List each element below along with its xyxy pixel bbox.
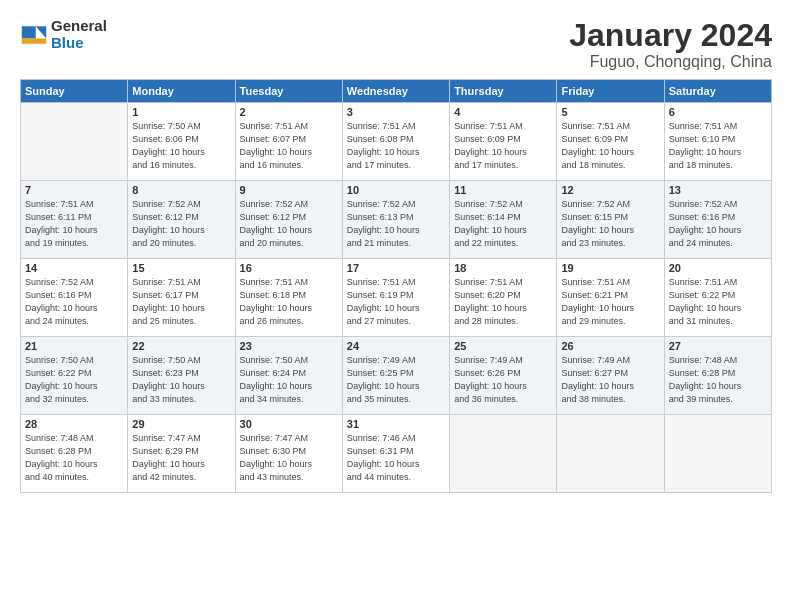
- header-tuesday: Tuesday: [235, 80, 342, 103]
- day-number: 23: [240, 340, 338, 352]
- table-row: 6Sunrise: 7:51 AM Sunset: 6:10 PM Daylig…: [664, 103, 771, 181]
- day-info: Sunrise: 7:50 AM Sunset: 6:06 PM Dayligh…: [132, 120, 230, 172]
- day-number: 13: [669, 184, 767, 196]
- day-info: Sunrise: 7:48 AM Sunset: 6:28 PM Dayligh…: [669, 354, 767, 406]
- day-number: 16: [240, 262, 338, 274]
- header-sunday: Sunday: [21, 80, 128, 103]
- day-number: 30: [240, 418, 338, 430]
- day-info: Sunrise: 7:52 AM Sunset: 6:12 PM Dayligh…: [132, 198, 230, 250]
- day-number: 12: [561, 184, 659, 196]
- table-row: 21Sunrise: 7:50 AM Sunset: 6:22 PM Dayli…: [21, 337, 128, 415]
- day-number: 20: [669, 262, 767, 274]
- calendar-header-row: Sunday Monday Tuesday Wednesday Thursday…: [21, 80, 772, 103]
- day-number: 18: [454, 262, 552, 274]
- table-row: [450, 415, 557, 493]
- table-row: 25Sunrise: 7:49 AM Sunset: 6:26 PM Dayli…: [450, 337, 557, 415]
- day-number: 4: [454, 106, 552, 118]
- svg-rect-1: [22, 26, 36, 38]
- day-number: 31: [347, 418, 445, 430]
- day-number: 5: [561, 106, 659, 118]
- table-row: 17Sunrise: 7:51 AM Sunset: 6:19 PM Dayli…: [342, 259, 449, 337]
- table-row: 11Sunrise: 7:52 AM Sunset: 6:14 PM Dayli…: [450, 181, 557, 259]
- day-info: Sunrise: 7:51 AM Sunset: 6:22 PM Dayligh…: [669, 276, 767, 328]
- table-row: 13Sunrise: 7:52 AM Sunset: 6:16 PM Dayli…: [664, 181, 771, 259]
- table-row: 9Sunrise: 7:52 AM Sunset: 6:12 PM Daylig…: [235, 181, 342, 259]
- day-number: 2: [240, 106, 338, 118]
- table-row: 28Sunrise: 7:48 AM Sunset: 6:28 PM Dayli…: [21, 415, 128, 493]
- table-row: 16Sunrise: 7:51 AM Sunset: 6:18 PM Dayli…: [235, 259, 342, 337]
- table-row: 18Sunrise: 7:51 AM Sunset: 6:20 PM Dayli…: [450, 259, 557, 337]
- day-info: Sunrise: 7:47 AM Sunset: 6:29 PM Dayligh…: [132, 432, 230, 484]
- table-row: 29Sunrise: 7:47 AM Sunset: 6:29 PM Dayli…: [128, 415, 235, 493]
- calendar-title: January 2024: [569, 18, 772, 53]
- day-number: 26: [561, 340, 659, 352]
- logo-text-general: General: [51, 18, 107, 35]
- day-info: Sunrise: 7:51 AM Sunset: 6:08 PM Dayligh…: [347, 120, 445, 172]
- day-number: 7: [25, 184, 123, 196]
- day-number: 9: [240, 184, 338, 196]
- table-row: 5Sunrise: 7:51 AM Sunset: 6:09 PM Daylig…: [557, 103, 664, 181]
- day-number: 24: [347, 340, 445, 352]
- table-row: 24Sunrise: 7:49 AM Sunset: 6:25 PM Dayli…: [342, 337, 449, 415]
- day-number: 8: [132, 184, 230, 196]
- calendar-week-2: 7Sunrise: 7:51 AM Sunset: 6:11 PM Daylig…: [21, 181, 772, 259]
- table-row: 4Sunrise: 7:51 AM Sunset: 6:09 PM Daylig…: [450, 103, 557, 181]
- day-info: Sunrise: 7:51 AM Sunset: 6:21 PM Dayligh…: [561, 276, 659, 328]
- table-row: [21, 103, 128, 181]
- day-info: Sunrise: 7:49 AM Sunset: 6:25 PM Dayligh…: [347, 354, 445, 406]
- day-number: 19: [561, 262, 659, 274]
- table-row: 22Sunrise: 7:50 AM Sunset: 6:23 PM Dayli…: [128, 337, 235, 415]
- svg-rect-2: [22, 38, 47, 43]
- day-info: Sunrise: 7:51 AM Sunset: 6:09 PM Dayligh…: [454, 120, 552, 172]
- calendar-page: General Blue January 2024 Fuguo, Chongqi…: [0, 0, 792, 612]
- header-wednesday: Wednesday: [342, 80, 449, 103]
- day-number: 28: [25, 418, 123, 430]
- day-info: Sunrise: 7:50 AM Sunset: 6:24 PM Dayligh…: [240, 354, 338, 406]
- day-info: Sunrise: 7:51 AM Sunset: 6:09 PM Dayligh…: [561, 120, 659, 172]
- calendar-subtitle: Fuguo, Chongqing, China: [569, 53, 772, 71]
- day-info: Sunrise: 7:51 AM Sunset: 6:10 PM Dayligh…: [669, 120, 767, 172]
- day-info: Sunrise: 7:49 AM Sunset: 6:27 PM Dayligh…: [561, 354, 659, 406]
- table-row: 10Sunrise: 7:52 AM Sunset: 6:13 PM Dayli…: [342, 181, 449, 259]
- table-row: 14Sunrise: 7:52 AM Sunset: 6:16 PM Dayli…: [21, 259, 128, 337]
- table-row: 27Sunrise: 7:48 AM Sunset: 6:28 PM Dayli…: [664, 337, 771, 415]
- day-number: 25: [454, 340, 552, 352]
- table-row: [664, 415, 771, 493]
- day-number: 17: [347, 262, 445, 274]
- day-info: Sunrise: 7:50 AM Sunset: 6:22 PM Dayligh…: [25, 354, 123, 406]
- day-info: Sunrise: 7:51 AM Sunset: 6:17 PM Dayligh…: [132, 276, 230, 328]
- day-info: Sunrise: 7:52 AM Sunset: 6:16 PM Dayligh…: [25, 276, 123, 328]
- day-info: Sunrise: 7:52 AM Sunset: 6:14 PM Dayligh…: [454, 198, 552, 250]
- day-info: Sunrise: 7:51 AM Sunset: 6:18 PM Dayligh…: [240, 276, 338, 328]
- day-info: Sunrise: 7:52 AM Sunset: 6:13 PM Dayligh…: [347, 198, 445, 250]
- table-row: 31Sunrise: 7:46 AM Sunset: 6:31 PM Dayli…: [342, 415, 449, 493]
- day-info: Sunrise: 7:52 AM Sunset: 6:12 PM Dayligh…: [240, 198, 338, 250]
- day-info: Sunrise: 7:52 AM Sunset: 6:15 PM Dayligh…: [561, 198, 659, 250]
- logo-icon: [20, 21, 48, 49]
- logo-text-blue: Blue: [51, 35, 107, 52]
- calendar-table: Sunday Monday Tuesday Wednesday Thursday…: [20, 79, 772, 493]
- calendar-week-4: 21Sunrise: 7:50 AM Sunset: 6:22 PM Dayli…: [21, 337, 772, 415]
- day-number: 27: [669, 340, 767, 352]
- table-row: 15Sunrise: 7:51 AM Sunset: 6:17 PM Dayli…: [128, 259, 235, 337]
- table-row: 20Sunrise: 7:51 AM Sunset: 6:22 PM Dayli…: [664, 259, 771, 337]
- day-number: 6: [669, 106, 767, 118]
- header-friday: Friday: [557, 80, 664, 103]
- logo: General Blue: [20, 18, 107, 51]
- calendar-week-5: 28Sunrise: 7:48 AM Sunset: 6:28 PM Dayli…: [21, 415, 772, 493]
- table-row: [557, 415, 664, 493]
- day-info: Sunrise: 7:46 AM Sunset: 6:31 PM Dayligh…: [347, 432, 445, 484]
- svg-marker-0: [36, 26, 47, 38]
- day-info: Sunrise: 7:51 AM Sunset: 6:07 PM Dayligh…: [240, 120, 338, 172]
- day-info: Sunrise: 7:47 AM Sunset: 6:30 PM Dayligh…: [240, 432, 338, 484]
- day-info: Sunrise: 7:50 AM Sunset: 6:23 PM Dayligh…: [132, 354, 230, 406]
- day-number: 15: [132, 262, 230, 274]
- day-info: Sunrise: 7:48 AM Sunset: 6:28 PM Dayligh…: [25, 432, 123, 484]
- header-saturday: Saturday: [664, 80, 771, 103]
- table-row: 8Sunrise: 7:52 AM Sunset: 6:12 PM Daylig…: [128, 181, 235, 259]
- title-area: January 2024 Fuguo, Chongqing, China: [569, 18, 772, 71]
- table-row: 2Sunrise: 7:51 AM Sunset: 6:07 PM Daylig…: [235, 103, 342, 181]
- day-number: 10: [347, 184, 445, 196]
- table-row: 7Sunrise: 7:51 AM Sunset: 6:11 PM Daylig…: [21, 181, 128, 259]
- day-number: 22: [132, 340, 230, 352]
